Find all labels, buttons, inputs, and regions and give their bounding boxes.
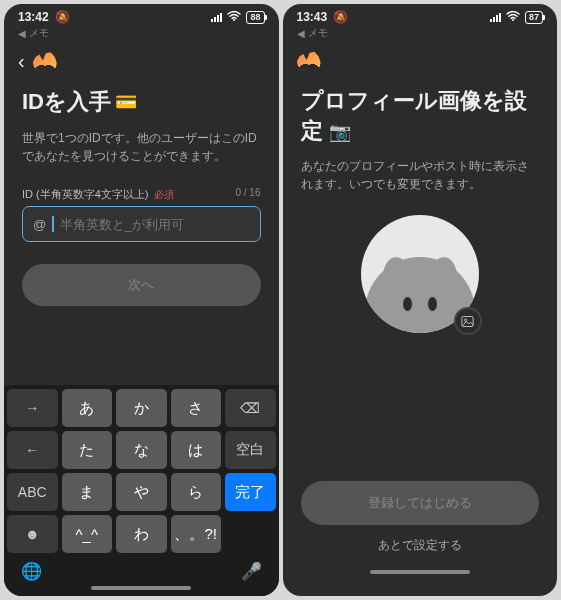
wifi-icon bbox=[506, 11, 520, 23]
home-indicator[interactable] bbox=[370, 570, 470, 574]
screen-avatar-setup: 13:43 🔕 87 ◀ メモ プロフィール画像を設 定 📷 あなたのプロフィー… bbox=[283, 4, 558, 596]
edit-avatar-button[interactable] bbox=[454, 307, 482, 335]
key-wa[interactable]: わ bbox=[116, 515, 167, 553]
status-time: 13:42 bbox=[18, 10, 49, 24]
app-logo-icon bbox=[33, 51, 57, 73]
key-na[interactable]: な bbox=[116, 431, 167, 469]
screen-id-setup: 13:42 🔕 88 ◀ メモ ‹ IDを入手 💳 世界で1つのIDです。他のユ… bbox=[4, 4, 279, 596]
camera-emoji-icon: 📷 bbox=[329, 122, 351, 142]
home-indicator[interactable] bbox=[91, 586, 191, 590]
status-time: 13:43 bbox=[297, 10, 328, 24]
key-arrow-left[interactable]: ← bbox=[7, 431, 58, 469]
id-input[interactable] bbox=[60, 217, 250, 232]
alarm-off-icon: 🔕 bbox=[55, 10, 70, 24]
battery-indicator: 87 bbox=[525, 11, 543, 24]
navbar bbox=[283, 46, 558, 82]
text-cursor bbox=[52, 216, 54, 232]
key-ha[interactable]: は bbox=[171, 431, 222, 469]
globe-icon[interactable]: 🌐 bbox=[21, 561, 42, 582]
navbar: ‹ bbox=[4, 46, 279, 83]
card-emoji-icon: 💳 bbox=[115, 91, 137, 113]
signal-icon bbox=[490, 13, 501, 22]
status-bar: 13:43 🔕 87 bbox=[283, 4, 558, 26]
svg-point-1 bbox=[512, 19, 514, 21]
key-emoji[interactable]: ☻ bbox=[7, 515, 58, 553]
key-sa[interactable]: さ bbox=[171, 389, 222, 427]
key-ma[interactable]: ま bbox=[62, 473, 113, 511]
breadcrumb[interactable]: ◀ メモ bbox=[283, 26, 558, 46]
key-backspace[interactable]: ⌫ bbox=[225, 389, 276, 427]
key-ka[interactable]: か bbox=[116, 389, 167, 427]
keyboard: → あ か さ ⌫ ← た な は 空白 ABC ま や ら 完了 ☻ ^_^ … bbox=[4, 385, 279, 596]
image-icon bbox=[460, 314, 475, 329]
key-ta[interactable]: た bbox=[62, 431, 113, 469]
chevron-left-icon: ◀ bbox=[297, 28, 305, 39]
key-ya[interactable]: や bbox=[116, 473, 167, 511]
key-a[interactable]: あ bbox=[62, 389, 113, 427]
back-button[interactable]: ‹ bbox=[18, 50, 25, 73]
breadcrumb[interactable]: ◀ メモ bbox=[4, 26, 279, 46]
later-link[interactable]: あとで設定する bbox=[378, 537, 462, 554]
svg-point-0 bbox=[233, 19, 235, 21]
char-counter: 0 / 16 bbox=[235, 187, 260, 202]
page-title: プロフィール画像を設 定 📷 bbox=[301, 86, 540, 145]
wifi-icon bbox=[227, 11, 241, 23]
key-done[interactable]: 完了 bbox=[225, 473, 276, 511]
key-arrow-right[interactable]: → bbox=[7, 389, 58, 427]
next-button[interactable]: 次へ bbox=[22, 264, 261, 306]
id-input-wrap[interactable]: @ bbox=[22, 206, 261, 242]
signal-icon bbox=[211, 13, 222, 22]
key-kaomoji[interactable]: ^_^ bbox=[62, 515, 113, 553]
key-punct[interactable]: 、。?! bbox=[171, 515, 222, 553]
key-space[interactable]: 空白 bbox=[225, 431, 276, 469]
battery-indicator: 88 bbox=[246, 11, 264, 24]
at-icon: @ bbox=[33, 217, 46, 232]
alarm-off-icon: 🔕 bbox=[333, 10, 348, 24]
page-description: あなたのプロフィールやポスト時に表示されます。いつでも変更できます。 bbox=[301, 157, 540, 193]
field-label: ID (半角英数字4文字以上) bbox=[22, 187, 149, 202]
page-title: IDを入手 💳 bbox=[22, 87, 261, 117]
app-logo-icon bbox=[297, 50, 321, 72]
required-badge: 必須 bbox=[154, 188, 174, 202]
mic-icon[interactable]: 🎤 bbox=[241, 561, 262, 582]
key-ra[interactable]: ら bbox=[171, 473, 222, 511]
register-button[interactable]: 登録してはじめる bbox=[301, 481, 540, 525]
chevron-left-icon: ◀ bbox=[18, 28, 26, 39]
status-bar: 13:42 🔕 88 bbox=[4, 4, 279, 26]
page-description: 世界で1つのIDです。他のユーザーはこのIDであなたを見つけることができます。 bbox=[22, 129, 261, 165]
key-abc[interactable]: ABC bbox=[7, 473, 58, 511]
